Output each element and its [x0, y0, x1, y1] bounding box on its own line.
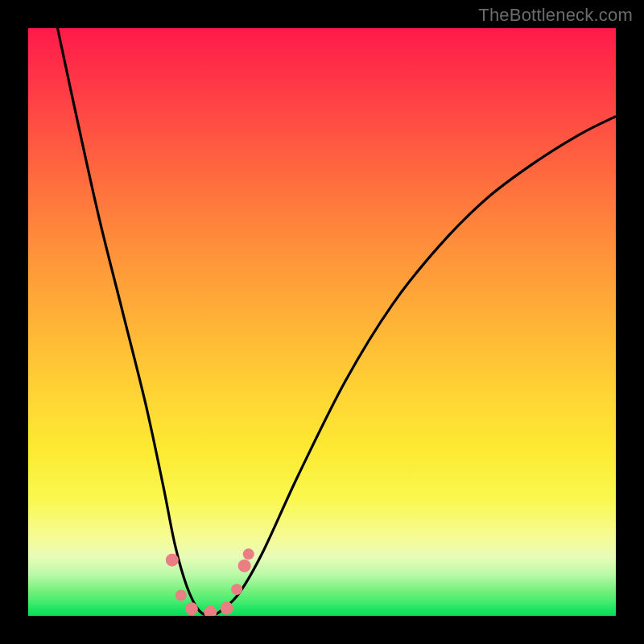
data-point-marker — [185, 602, 198, 615]
chart-frame: TheBottleneck.com — [0, 0, 644, 644]
data-point-marker — [175, 589, 187, 601]
bottleneck-curve — [58, 28, 617, 616]
data-point-marker — [221, 602, 233, 615]
data-point-marker — [166, 554, 179, 567]
watermark-text: TheBottleneck.com — [478, 5, 633, 26]
chart-svg — [28, 28, 616, 616]
data-point-marker — [243, 548, 254, 559]
plot-area — [28, 28, 616, 616]
bottleneck-curve-path — [58, 28, 617, 616]
data-point-marker — [238, 559, 251, 572]
data-point-marker — [231, 584, 242, 595]
data-point-marker — [204, 606, 217, 616]
